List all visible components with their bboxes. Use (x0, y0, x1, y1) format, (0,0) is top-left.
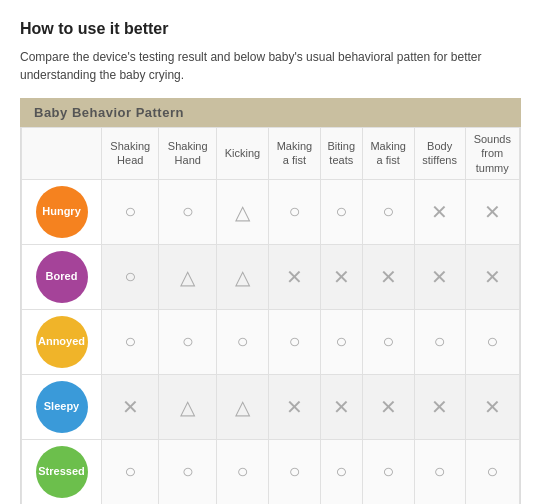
badge-hungry: Hungry (36, 186, 88, 238)
row-label-stressed: Stressed (22, 439, 102, 504)
behavior-table: ShakingHeadShakingHandKickingMakinga fis… (21, 127, 520, 504)
behavior-table-wrapper: ShakingHeadShakingHandKickingMakinga fis… (20, 127, 521, 504)
table-header-row: ShakingHeadShakingHandKickingMakinga fis… (22, 128, 520, 180)
symbol-cell-r0-c4: ○ (320, 179, 362, 244)
symbol-cell-r0-c6: ✕ (414, 179, 465, 244)
symbol-cell-r4-c6: ○ (414, 439, 465, 504)
symbol-cell-r3-c5: ✕ (362, 374, 414, 439)
symbol-cell-r4-c3: ○ (268, 439, 320, 504)
row-label-sleepy: Sleepy (22, 374, 102, 439)
header-col-kicking: Kicking (216, 128, 268, 180)
symbol-cell-r4-c5: ○ (362, 439, 414, 504)
table-row: Annoyed○○○○○○○○ (22, 309, 520, 374)
symbol-cell-r0-c3: ○ (268, 179, 320, 244)
symbol-cell-r3-c4: ✕ (320, 374, 362, 439)
header-label-empty (22, 128, 102, 180)
symbol-cell-r2-c3: ○ (268, 309, 320, 374)
symbol-cell-r2-c0: ○ (102, 309, 159, 374)
symbol-cell-r4-c7: ○ (465, 439, 519, 504)
header-col-making_fist: Makinga fist (268, 128, 320, 180)
symbol-cell-r0-c0: ○ (102, 179, 159, 244)
row-label-bored: Bored (22, 244, 102, 309)
symbol-cell-r4-c0: ○ (102, 439, 159, 504)
table-row: Bored○△△✕✕✕✕✕ (22, 244, 520, 309)
page-title: How to use it better (20, 20, 521, 38)
intro-text: Compare the device's testing result and … (20, 48, 521, 84)
badge-stressed: Stressed (36, 446, 88, 498)
symbol-cell-r1-c5: ✕ (362, 244, 414, 309)
symbol-cell-r2-c1: ○ (159, 309, 216, 374)
symbol-cell-r3-c7: ✕ (465, 374, 519, 439)
symbol-cell-r1-c1: △ (159, 244, 216, 309)
symbol-cell-r3-c3: ✕ (268, 374, 320, 439)
badge-sleepy: Sleepy (36, 381, 88, 433)
symbol-cell-r1-c3: ✕ (268, 244, 320, 309)
symbol-cell-r2-c7: ○ (465, 309, 519, 374)
symbol-cell-r2-c6: ○ (414, 309, 465, 374)
table-row: Sleepy✕△△✕✕✕✕✕ (22, 374, 520, 439)
symbol-cell-r1-c0: ○ (102, 244, 159, 309)
symbol-cell-r0-c7: ✕ (465, 179, 519, 244)
badge-annoyed: Annoyed (36, 316, 88, 368)
symbol-cell-r1-c7: ✕ (465, 244, 519, 309)
symbol-cell-r3-c1: △ (159, 374, 216, 439)
header-col-making_fist2: Makinga fist (362, 128, 414, 180)
table-row: Hungry○○△○○○✕✕ (22, 179, 520, 244)
badge-bored: Bored (36, 251, 88, 303)
symbol-cell-r4-c2: ○ (216, 439, 268, 504)
symbol-cell-r1-c6: ✕ (414, 244, 465, 309)
symbol-cell-r1-c2: △ (216, 244, 268, 309)
symbol-cell-r2-c2: ○ (216, 309, 268, 374)
symbol-cell-r1-c4: ✕ (320, 244, 362, 309)
symbol-cell-r4-c1: ○ (159, 439, 216, 504)
row-label-annoyed: Annoyed (22, 309, 102, 374)
symbol-cell-r3-c2: △ (216, 374, 268, 439)
header-col-body_stiffens: Bodystiffens (414, 128, 465, 180)
symbol-cell-r3-c6: ✕ (414, 374, 465, 439)
header-col-shaking_head: ShakingHead (102, 128, 159, 180)
header-col-biting_teats: Bitingteats (320, 128, 362, 180)
symbol-cell-r0-c2: △ (216, 179, 268, 244)
header-col-shaking_hand: ShakingHand (159, 128, 216, 180)
row-label-hungry: Hungry (22, 179, 102, 244)
table-row: Stressed○○○○○○○○ (22, 439, 520, 504)
section-header: Baby Behavior Pattern (20, 98, 521, 127)
symbol-cell-r4-c4: ○ (320, 439, 362, 504)
header-col-sounds_tummy: Soundsfromtummy (465, 128, 519, 180)
symbol-cell-r2-c5: ○ (362, 309, 414, 374)
symbol-cell-r3-c0: ✕ (102, 374, 159, 439)
symbol-cell-r0-c1: ○ (159, 179, 216, 244)
symbol-cell-r0-c5: ○ (362, 179, 414, 244)
symbol-cell-r2-c4: ○ (320, 309, 362, 374)
